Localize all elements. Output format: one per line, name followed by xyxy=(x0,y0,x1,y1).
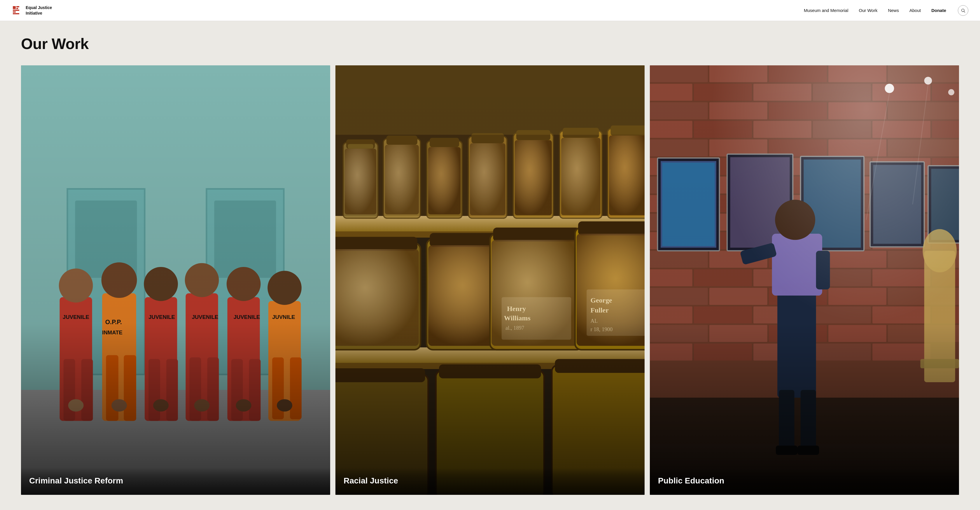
nav-about[interactable]: About xyxy=(909,8,921,13)
nav-donate[interactable]: Donate xyxy=(931,8,946,13)
svg-point-7 xyxy=(962,9,964,11)
svg-rect-6 xyxy=(13,13,19,14)
main-content: Our Work xyxy=(0,21,980,495)
svg-rect-1 xyxy=(13,6,16,9)
nav-our-work[interactable]: Our Work xyxy=(859,8,878,13)
search-button[interactable] xyxy=(958,5,968,16)
svg-rect-109 xyxy=(336,65,644,495)
logo[interactable]: Equal Justice Initiative xyxy=(12,5,52,16)
svg-line-8 xyxy=(964,11,965,13)
card-criminal-justice[interactable]: O.P.P. INMATE xyxy=(21,65,330,495)
card-criminal-title: Criminal Justice Reform xyxy=(29,476,123,485)
page-title: Our Work xyxy=(21,35,959,53)
card-public-education[interactable]: Public Education xyxy=(650,65,959,495)
card-racial-justice[interactable]: Henry Williams al., 1897 George Fuller A… xyxy=(336,65,644,495)
svg-rect-52 xyxy=(21,65,330,495)
card-racial-label: Racial Justice xyxy=(336,468,644,495)
work-cards-grid: O.P.P. INMATE xyxy=(21,65,959,495)
card-public-title: Public Education xyxy=(658,476,724,485)
logo-line1: Equal Justice xyxy=(25,5,52,10)
site-header: Equal Justice Initiative Museum and Memo… xyxy=(0,0,980,21)
svg-rect-5 xyxy=(13,11,16,13)
card-racial-title: Racial Justice xyxy=(344,476,398,485)
card-public-label: Public Education xyxy=(650,468,959,495)
nav-museum[interactable]: Museum and Memorial xyxy=(804,8,848,13)
logo-line2: Initiative xyxy=(25,11,52,16)
search-icon xyxy=(961,8,966,13)
svg-rect-229 xyxy=(650,65,959,495)
svg-rect-4 xyxy=(13,10,19,11)
svg-rect-3 xyxy=(16,8,18,9)
svg-rect-2 xyxy=(16,6,19,7)
main-nav: Museum and Memorial Our Work News About … xyxy=(804,5,968,16)
card-criminal-label: Criminal Justice Reform xyxy=(21,468,330,495)
nav-news[interactable]: News xyxy=(888,8,899,13)
